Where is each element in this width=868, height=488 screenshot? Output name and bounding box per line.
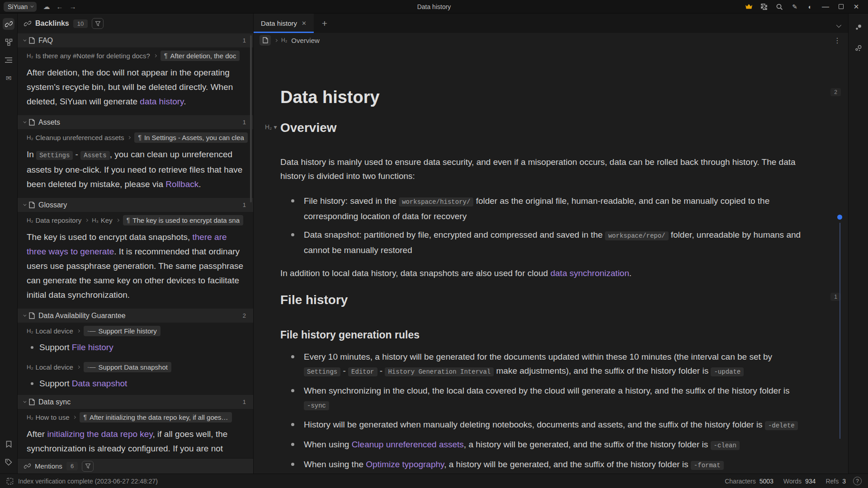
mentions-bar[interactable]: Mentions 6	[18, 458, 253, 474]
doc-icon[interactable]	[259, 35, 271, 46]
tab-list-chevron-icon[interactable]	[836, 23, 841, 28]
inline-code: -clean	[711, 441, 740, 450]
theme-icon[interactable]: ◐	[805, 2, 816, 12]
backlinks-panel-header: Backlinks 10	[18, 14, 253, 33]
chevron-down-icon[interactable]	[23, 314, 26, 317]
breadcrumb-text: Key	[101, 216, 113, 224]
help-icon[interactable]: ?	[853, 477, 862, 485]
paragraph[interactable]: In addition to local data history, data …	[280, 266, 803, 280]
chevron-down-icon[interactable]	[23, 203, 26, 206]
refs-count: 3	[842, 478, 846, 485]
more-icon[interactable]: ⋮	[834, 36, 841, 45]
ref-link[interactable]: there are three ways to generate	[27, 232, 227, 256]
breadcrumb-current-chip[interactable]: ·—Support File history	[84, 326, 160, 336]
heading2[interactable]: File history	[280, 291, 803, 309]
mentions-title: Mentions	[35, 462, 62, 470]
breadcrumb-current-chip[interactable]: ·—Support Data snapshot	[84, 362, 171, 372]
ref-link[interactable]: Rollback	[165, 179, 198, 189]
breadcrumb-current-chip[interactable]: ¶The key is used to encrypt data sna	[123, 215, 243, 225]
list-item[interactable]: When using Cleanup unreferenced assets, …	[280, 437, 803, 453]
heading2[interactable]: Overview	[280, 119, 803, 137]
backlink-list-item[interactable]: Support Data snapshot	[18, 374, 253, 395]
tab-data-history[interactable]: Data history ✕	[254, 14, 314, 33]
backlink-doc-header[interactable]: Data Availability Guarantee2	[18, 309, 253, 323]
search-icon[interactable]	[774, 2, 785, 12]
backlink-breadcrumb[interactable]: H₂Data repositoryH₃Key¶The key is used t…	[18, 213, 253, 227]
plugin-icon[interactable]	[759, 2, 769, 12]
close-button[interactable]: ✕	[851, 2, 862, 12]
bookmark-dock-icon[interactable]	[3, 438, 14, 450]
global-graph-dock-icon[interactable]	[853, 42, 864, 54]
ref-link[interactable]: data history	[140, 97, 184, 106]
heading3[interactable]: File history generation rules	[280, 327, 803, 343]
breadcrumb-heading-text[interactable]: Overview	[291, 37, 320, 44]
ref-link[interactable]: Cleanup unreferenced assets	[352, 440, 464, 449]
scroll-position-dot[interactable]	[837, 215, 842, 220]
heading2-block[interactable]: H₂ ▾Overview	[280, 119, 803, 137]
editor[interactable]: Data history2H₂ ▾OverviewData history is…	[254, 47, 848, 474]
status-message: Index verification complete (2023-06-27 …	[18, 478, 158, 485]
new-tab-button[interactable]: +	[316, 14, 333, 33]
edit-pencil-icon[interactable]: ✎	[789, 2, 800, 12]
workspace-menu-button[interactable]: SiYuan	[4, 2, 37, 12]
list-item[interactable]: When synchronizing in the cloud, the loc…	[280, 384, 803, 413]
backlink-breadcrumb[interactable]: H₂Is there any #Note# for deleting docs?…	[18, 48, 253, 63]
chevron-down-icon[interactable]	[23, 120, 26, 123]
backlink-doc-header[interactable]: FAQ1	[18, 33, 253, 47]
ref-link[interactable]: Optimize typography	[366, 460, 444, 469]
outline-dock-icon[interactable]	[3, 54, 14, 66]
back-icon[interactable]: ←	[56, 3, 63, 10]
backlink-breadcrumb[interactable]: H₂Local device·—Support Data snapshot	[18, 360, 253, 374]
list-item[interactable]: When using the Optimize typography, a hi…	[280, 457, 803, 473]
backlinks-filter-button[interactable]	[92, 18, 104, 29]
mentions-filter-button[interactable]	[82, 461, 94, 472]
breadcrumb-current-chip[interactable]: ¶After initializing the data repo key, i…	[80, 412, 231, 422]
breadcrumb-current-chip[interactable]: ¶After deletion, the doc	[160, 51, 240, 61]
editor-scrollbar[interactable]	[840, 223, 840, 439]
heading-gutter[interactable]: H₂ ▾	[265, 123, 277, 131]
inbox-dock-icon[interactable]: ✉	[3, 72, 14, 84]
chevron-down-icon[interactable]	[23, 400, 26, 403]
backlink-doc-header[interactable]: Glossary1	[18, 198, 253, 212]
tag-dock-icon[interactable]	[3, 456, 14, 468]
ref-link[interactable]: Data snapshot	[72, 379, 127, 388]
subscription-crown-icon[interactable]	[743, 2, 754, 12]
backlink-doc-header[interactable]: Data sync1	[18, 395, 253, 409]
list-item[interactable]: History will be generated when manually …	[280, 418, 803, 433]
backlink-breadcrumb[interactable]: H₂Cleanup unreferenced assets¶In Setting…	[18, 130, 253, 145]
breadcrumb-current-chip[interactable]: ¶In Settings - Assets, you can clea	[134, 132, 247, 143]
list-item[interactable]: Data snapshot: partitioned by file, encr…	[280, 228, 803, 257]
forward-icon[interactable]: →	[69, 3, 76, 10]
chevron-right-icon	[77, 329, 80, 332]
paragraph[interactable]: Data history is mainly used to ensure da…	[280, 155, 803, 183]
minimize-button[interactable]: —	[820, 2, 831, 12]
words-count: 934	[805, 478, 816, 485]
cloud-icon[interactable]: ☁	[43, 3, 50, 10]
ref-link[interactable]: initializing the data repo key	[47, 429, 152, 439]
backlink-excerpt[interactable]: In Settings - Assets, you can clean up u…	[18, 145, 253, 198]
backlink-breadcrumb[interactable]: H₂How to use¶After initializing the data…	[18, 410, 253, 424]
ref-link[interactable]: data synchronization	[550, 268, 629, 278]
backlinks-dock-icon[interactable]	[3, 18, 14, 30]
list-item[interactable]: File history: saved in the workspace/his…	[280, 194, 803, 223]
heading2-block[interactable]: File history1	[280, 291, 803, 309]
chevron-down-icon[interactable]	[23, 38, 26, 42]
maximize-button[interactable]	[835, 2, 846, 12]
doc-title-block[interactable]: Data history2	[280, 86, 803, 108]
backlink-excerpt[interactable]: The key is used to encrypt data snapshot…	[18, 227, 253, 309]
page-title[interactable]: Data history	[280, 86, 803, 108]
tab-close-icon[interactable]: ✕	[302, 20, 307, 27]
backlink-count-badge[interactable]: 2	[830, 88, 841, 96]
backlink-doc-header[interactable]: Assets1	[18, 115, 253, 129]
breadcrumb-text: Local device	[35, 363, 73, 371]
backlink-excerpt[interactable]: After deletion, the doc will not appear …	[18, 63, 253, 115]
backlink-list-item[interactable]: Support File history	[18, 338, 253, 359]
workspace-label: SiYuan	[8, 3, 28, 10]
panel-scrollbar[interactable]	[250, 35, 252, 202]
backlink-breadcrumb[interactable]: H₂Local device·—Support File history	[18, 324, 253, 338]
backlink-graph-dock-icon[interactable]	[853, 22, 864, 33]
backlink-excerpt[interactable]: After initializing the data repo key, if…	[18, 424, 253, 458]
ref-link[interactable]: File history	[72, 343, 113, 352]
list-item[interactable]: Every 10 minutes, a history will be gene…	[280, 350, 803, 379]
graph-dock-icon[interactable]	[3, 36, 14, 48]
